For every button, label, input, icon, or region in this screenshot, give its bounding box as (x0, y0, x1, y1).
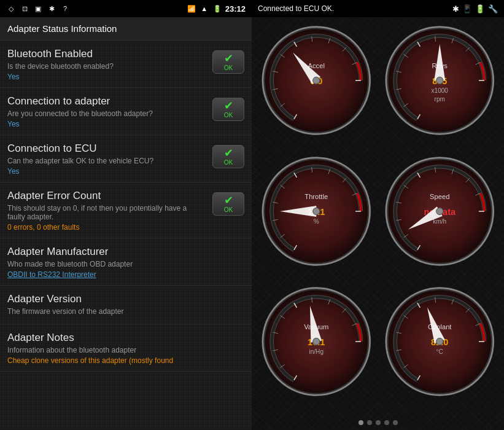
pagination-dot-1[interactable] (367, 420, 372, 425)
item-desc-4: Who made the bluetooth OBD adapter (7, 260, 238, 268)
gauge-revs: Revs835x1000rpm (380, 22, 500, 139)
ok-text-1: OK (224, 112, 233, 119)
phone-icon: 📱 (462, 4, 472, 14)
right-status-icons: ✱ 📱 🔋 🔧 (452, 4, 498, 14)
status-bar-left: ◇ ⊡ ▣ ✱ ? 📶 ▲ 🔋 23:12 (0, 0, 252, 17)
checkmark-icon-1: ✔ (224, 100, 233, 111)
pagination-dot-3[interactable] (384, 420, 389, 425)
ok-badge-2: ✔ OK (212, 145, 244, 168)
ok-text-0: OK (224, 64, 233, 71)
info-item-6: Adapter Notes Information about the blue… (0, 324, 252, 372)
info-item-0: Bluetooth Enabled Is the device bluetoot… (0, 41, 252, 88)
left-panel: ◇ ⊡ ▣ ✱ ? 📶 ▲ 🔋 23:12 Adapter Status Inf… (0, 0, 252, 430)
status-icons-right: 📶 ▲ 🔋 23:12 (187, 4, 246, 14)
item-value-1: Yes (7, 120, 206, 128)
svg-text:rpm: rpm (434, 96, 444, 103)
item-value-4[interactable]: OBDII to RS232 Interpreter (7, 270, 238, 279)
question-icon: ? (60, 4, 70, 14)
menu-icon: ⊡ (20, 4, 29, 14)
gauge-accel: Accel0.0 (257, 22, 376, 139)
svg-point-17 (313, 77, 320, 84)
pagination-dot-0[interactable] (359, 420, 363, 425)
info-item-2: Connection to ECU Can the adapter talk O… (0, 135, 252, 182)
gauge-speed: Speedno datakm/h (380, 153, 500, 270)
ok-badge-1: ✔ OK (212, 98, 244, 121)
svg-text:km/h: km/h (433, 218, 446, 225)
ok-text-3: OK (224, 206, 233, 213)
item-title-1: Connection to adapter (7, 95, 206, 108)
wifi-icon: 📶 (187, 4, 196, 14)
item-title-5: Adapter Version (7, 293, 238, 305)
ecu-status: Connected to ECU OK. (258, 4, 334, 13)
item-title-0: Bluetooth Enabled (7, 48, 206, 60)
item-desc-1: Are you connected to the bluetooth adapt… (7, 109, 206, 118)
info-item-1: Connection to adapter Are you connected … (0, 88, 252, 135)
gauge-coolant: Coolant82.0°C (380, 283, 500, 400)
item-content-1: Connection to adapter Are you connected … (7, 95, 212, 128)
info-item-3: Adapter Error Count This should stay on … (0, 182, 252, 238)
svg-text:°C: °C (436, 348, 443, 355)
svg-text:in/Hg: in/Hg (309, 348, 324, 355)
checkmark-icon-3: ✔ (224, 195, 233, 206)
item-value-3: 0 errors, 0 other faults (7, 223, 206, 232)
item-desc-2: Can the adapter talk OK to the vehicle E… (7, 157, 206, 165)
info-item-4: Adapter Manufacturer Who made the blueto… (0, 238, 252, 286)
item-title-4: Adapter Manufacturer (7, 246, 238, 258)
info-item-5: Adapter Version The firmware version of … (0, 286, 252, 324)
item-content-3: Adapter Error Count This should stay on … (7, 190, 212, 232)
page-title: Adapter Status Information (0, 17, 252, 41)
pagination-dots[interactable] (252, 415, 504, 430)
checkmark-icon-0: ✔ (224, 53, 233, 64)
gauge-vacuum: Vacuum16.1in/Hg (257, 283, 376, 400)
svg-point-56 (313, 208, 320, 214)
item-content-4: Adapter Manufacturer Who made the blueto… (7, 246, 244, 279)
ok-text-2: OK (224, 159, 233, 166)
checkmark-icon-2: ✔ (224, 147, 233, 158)
item-title-2: Connection to ECU (7, 143, 206, 155)
item-content-0: Bluetooth Enabled Is the device bluetoot… (7, 48, 212, 81)
item-value-2: Yes (7, 167, 206, 176)
gauge-throttle: Throttle14.1% (257, 153, 376, 270)
svg-point-113 (436, 338, 443, 345)
item-value-6: Cheap clone versions of this adapter (mo… (7, 356, 238, 365)
item-content-2: Connection to ECU Can the adapter talk O… (7, 143, 212, 176)
item-content-5: Adapter Version The firmware version of … (7, 293, 244, 318)
svg-text:Speed: Speed (430, 193, 449, 200)
svg-text:%: % (314, 218, 319, 225)
svg-point-94 (313, 338, 320, 345)
svg-point-37 (436, 77, 443, 84)
wrench-icon: 🔧 (488, 4, 498, 14)
gauge-grid: Accel0.0 (252, 17, 504, 415)
battery-icon-r: 🔋 (475, 4, 485, 14)
item-title-3: Adapter Error Count (7, 190, 206, 202)
ok-badge-0: ✔ OK (212, 50, 244, 74)
diamond-icon: ◇ (6, 4, 16, 14)
right-panel: Connected to ECU OK. ✱ 📱 🔋 🔧 (252, 0, 504, 430)
item-desc-3: This should stay on 0, if not then you p… (7, 204, 206, 221)
bluetooth-icon: ✱ (47, 4, 56, 14)
bt-icon: ✱ (452, 4, 459, 14)
item-value-0: Yes (7, 72, 206, 81)
item-content-6: Adapter Notes Information about the blue… (7, 332, 244, 365)
adapter-info-list: Bluetooth Enabled Is the device bluetoot… (0, 41, 252, 430)
status-icons-left: ◇ ⊡ ▣ ✱ ? (6, 4, 70, 14)
time-display: 23:12 (225, 4, 246, 14)
signal-icon: ▲ (200, 4, 209, 14)
battery-icon: 🔋 (212, 4, 222, 14)
back-icon: ▣ (33, 4, 43, 14)
item-title-6: Adapter Notes (7, 332, 238, 344)
svg-point-75 (436, 208, 443, 214)
item-desc-0: Is the device bluetooth enabled? (7, 62, 206, 71)
right-status-bar: Connected to ECU OK. ✱ 📱 🔋 🔧 (252, 0, 504, 17)
item-desc-5: The firmware version of the adapter (7, 307, 238, 316)
pagination-dot-2[interactable] (376, 420, 381, 425)
svg-text:x1000: x1000 (431, 87, 448, 94)
pagination-dot-4[interactable] (393, 420, 398, 425)
ok-badge-3: ✔ OK (212, 192, 244, 216)
svg-text:Throttle: Throttle (304, 193, 328, 200)
item-desc-6: Information about the bluetooth adapter (7, 346, 238, 354)
